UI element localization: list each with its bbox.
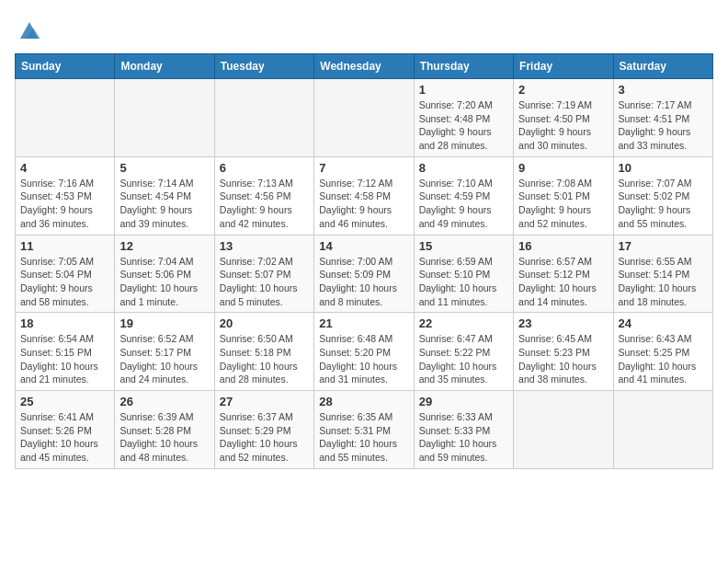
calendar-cell	[214, 79, 313, 157]
logo-icon	[17, 18, 42, 44]
day-info: Sunrise: 7:04 AMSunset: 5:06 PMDaylight:…	[119, 255, 209, 309]
calendar-cell: 3Sunrise: 7:17 AMSunset: 4:51 PMDaylight…	[613, 79, 712, 157]
day-number: 12	[119, 239, 209, 253]
day-info: Sunrise: 6:54 AMSunset: 5:15 PMDaylight:…	[20, 332, 109, 386]
day-info: Sunrise: 6:52 AMSunset: 5:17 PMDaylight:…	[119, 332, 209, 386]
day-number: 28	[319, 395, 408, 408]
day-number: 16	[518, 239, 608, 253]
weekday-header-sunday: Sunday	[16, 54, 115, 79]
calendar-cell: 4Sunrise: 7:16 AMSunset: 4:53 PMDaylight…	[16, 156, 115, 235]
calendar-cell: 23Sunrise: 6:45 AMSunset: 5:23 PMDayligh…	[514, 313, 613, 391]
calendar-week-row: 18Sunrise: 6:54 AMSunset: 5:15 PMDayligh…	[16, 313, 713, 391]
day-info: Sunrise: 6:35 AMSunset: 5:31 PMDaylight:…	[319, 410, 408, 465]
day-info: Sunrise: 6:48 AMSunset: 5:20 PMDaylight:…	[319, 332, 408, 386]
day-number: 29	[419, 395, 508, 408]
day-number: 25	[20, 395, 109, 408]
calendar-cell: 21Sunrise: 6:48 AMSunset: 5:20 PMDayligh…	[314, 313, 414, 391]
day-number: 14	[319, 239, 408, 253]
day-number: 21	[319, 316, 408, 330]
calendar-cell: 20Sunrise: 6:50 AMSunset: 5:18 PMDayligh…	[214, 313, 313, 391]
page-header	[15, 15, 713, 44]
calendar-cell: 15Sunrise: 6:59 AMSunset: 5:10 PMDayligh…	[414, 235, 513, 313]
day-info: Sunrise: 6:57 AMSunset: 5:12 PMDaylight:…	[518, 255, 608, 309]
day-info: Sunrise: 7:12 AMSunset: 4:58 PMDaylight:…	[319, 177, 408, 231]
weekday-header-wednesday: Wednesday	[314, 54, 414, 79]
day-info: Sunrise: 7:16 AMSunset: 4:53 PMDaylight:…	[20, 177, 109, 231]
calendar-cell: 19Sunrise: 6:52 AMSunset: 5:17 PMDayligh…	[115, 313, 214, 391]
calendar-header: SundayMondayTuesdayWednesdayThursdayFrid…	[16, 54, 713, 79]
calendar-cell: 9Sunrise: 7:08 AMSunset: 5:01 PMDaylight…	[514, 156, 613, 235]
day-info: Sunrise: 6:50 AMSunset: 5:18 PMDaylight:…	[220, 332, 309, 386]
weekday-header-friday: Friday	[514, 54, 613, 79]
day-number: 20	[220, 316, 309, 330]
weekday-header-monday: Monday	[115, 54, 214, 79]
calendar-cell: 1Sunrise: 7:20 AMSunset: 4:48 PMDaylight…	[414, 79, 513, 157]
weekday-header-row: SundayMondayTuesdayWednesdayThursdayFrid…	[16, 54, 713, 79]
day-number: 9	[518, 161, 608, 175]
day-info: Sunrise: 6:39 AMSunset: 5:28 PMDaylight:…	[119, 410, 209, 465]
calendar-week-row: 1Sunrise: 7:20 AMSunset: 4:48 PMDaylight…	[16, 79, 713, 157]
day-number: 6	[220, 161, 309, 175]
calendar-week-row: 4Sunrise: 7:16 AMSunset: 4:53 PMDaylight…	[16, 156, 713, 235]
day-number: 18	[20, 316, 109, 330]
day-number: 8	[419, 161, 508, 175]
day-info: Sunrise: 7:10 AMSunset: 4:59 PMDaylight:…	[419, 177, 508, 231]
calendar-cell: 6Sunrise: 7:13 AMSunset: 4:56 PMDaylight…	[214, 156, 313, 235]
day-number: 1	[419, 83, 508, 97]
calendar-week-row: 25Sunrise: 6:41 AMSunset: 5:26 PMDayligh…	[16, 391, 713, 469]
weekday-header-thursday: Thursday	[414, 54, 513, 79]
day-number: 2	[518, 83, 608, 97]
day-info: Sunrise: 7:02 AMSunset: 5:07 PMDaylight:…	[220, 255, 309, 309]
day-info: Sunrise: 6:45 AMSunset: 5:23 PMDaylight:…	[518, 332, 608, 386]
day-info: Sunrise: 6:47 AMSunset: 5:22 PMDaylight:…	[419, 332, 508, 386]
day-info: Sunrise: 6:55 AMSunset: 5:14 PMDaylight:…	[619, 255, 708, 309]
day-number: 23	[518, 316, 608, 330]
day-info: Sunrise: 6:41 AMSunset: 5:26 PMDaylight:…	[20, 410, 109, 465]
calendar-cell: 16Sunrise: 6:57 AMSunset: 5:12 PMDayligh…	[514, 235, 613, 313]
calendar-cell: 5Sunrise: 7:14 AMSunset: 4:54 PMDaylight…	[115, 156, 214, 235]
day-number: 3	[619, 83, 708, 97]
calendar-week-row: 11Sunrise: 7:05 AMSunset: 5:04 PMDayligh…	[16, 235, 713, 313]
day-info: Sunrise: 7:20 AMSunset: 4:48 PMDaylight:…	[419, 98, 508, 153]
day-info: Sunrise: 6:37 AMSunset: 5:29 PMDaylight:…	[220, 410, 309, 465]
day-number: 24	[619, 316, 708, 330]
calendar-cell: 8Sunrise: 7:10 AMSunset: 4:59 PMDaylight…	[414, 156, 513, 235]
calendar-cell	[314, 79, 414, 157]
day-number: 4	[20, 161, 109, 175]
calendar-cell	[115, 79, 214, 157]
calendar-cell: 10Sunrise: 7:07 AMSunset: 5:02 PMDayligh…	[613, 156, 712, 235]
calendar-table: SundayMondayTuesdayWednesdayThursdayFrid…	[15, 53, 713, 469]
day-number: 17	[619, 239, 708, 253]
calendar-cell: 7Sunrise: 7:12 AMSunset: 4:58 PMDaylight…	[314, 156, 414, 235]
calendar-cell: 24Sunrise: 6:43 AMSunset: 5:25 PMDayligh…	[613, 313, 712, 391]
day-info: Sunrise: 7:00 AMSunset: 5:09 PMDaylight:…	[319, 255, 408, 309]
calendar-cell	[514, 391, 613, 469]
weekday-header-saturday: Saturday	[613, 54, 712, 79]
day-info: Sunrise: 7:17 AMSunset: 4:51 PMDaylight:…	[619, 98, 708, 153]
day-number: 5	[119, 161, 209, 175]
day-info: Sunrise: 6:59 AMSunset: 5:10 PMDaylight:…	[419, 255, 508, 309]
day-number: 7	[319, 161, 408, 175]
calendar-cell: 17Sunrise: 6:55 AMSunset: 5:14 PMDayligh…	[613, 235, 712, 313]
day-number: 10	[619, 161, 708, 175]
calendar-cell: 14Sunrise: 7:00 AMSunset: 5:09 PMDayligh…	[314, 235, 414, 313]
day-number: 22	[419, 316, 508, 330]
day-info: Sunrise: 7:08 AMSunset: 5:01 PMDaylight:…	[518, 177, 608, 231]
calendar-cell: 2Sunrise: 7:19 AMSunset: 4:50 PMDaylight…	[514, 79, 613, 157]
calendar-body: 1Sunrise: 7:20 AMSunset: 4:48 PMDaylight…	[16, 79, 713, 469]
calendar-cell: 22Sunrise: 6:47 AMSunset: 5:22 PMDayligh…	[414, 313, 513, 391]
calendar-cell	[16, 79, 115, 157]
day-number: 13	[220, 239, 309, 253]
calendar-cell: 12Sunrise: 7:04 AMSunset: 5:06 PMDayligh…	[115, 235, 214, 313]
weekday-header-tuesday: Tuesday	[214, 54, 313, 79]
calendar-cell: 28Sunrise: 6:35 AMSunset: 5:31 PMDayligh…	[314, 391, 414, 469]
calendar-cell: 26Sunrise: 6:39 AMSunset: 5:28 PMDayligh…	[115, 391, 214, 469]
calendar-cell: 25Sunrise: 6:41 AMSunset: 5:26 PMDayligh…	[16, 391, 115, 469]
day-info: Sunrise: 7:13 AMSunset: 4:56 PMDaylight:…	[220, 177, 309, 231]
day-number: 27	[220, 395, 309, 408]
calendar-cell: 13Sunrise: 7:02 AMSunset: 5:07 PMDayligh…	[214, 235, 313, 313]
day-info: Sunrise: 7:19 AMSunset: 4:50 PMDaylight:…	[518, 98, 608, 153]
day-number: 26	[119, 395, 209, 408]
calendar-cell: 27Sunrise: 6:37 AMSunset: 5:29 PMDayligh…	[214, 391, 313, 469]
calendar-cell: 18Sunrise: 6:54 AMSunset: 5:15 PMDayligh…	[16, 313, 115, 391]
